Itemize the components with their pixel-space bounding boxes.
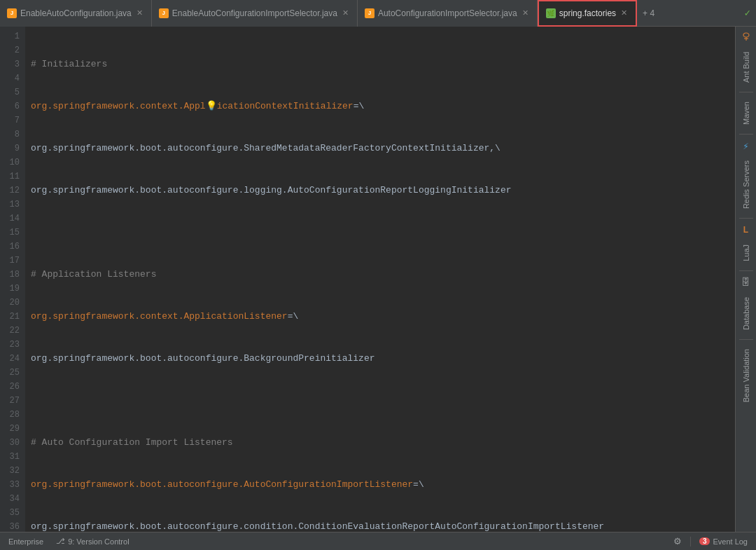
line-num: 26 xyxy=(3,380,20,394)
code-line: # Initializers xyxy=(31,57,735,71)
maven-label[interactable]: Maven xyxy=(741,96,752,130)
line-num: 27 xyxy=(3,394,20,408)
status-bar: Enterprise ⎇ 9: Version Control ⚙ 3 Even… xyxy=(0,532,756,550)
tab-bar: J EnableAutoConfiguration.java ✕ J Enabl… xyxy=(0,0,756,27)
line-num: 22 xyxy=(3,324,20,338)
line-num: 23 xyxy=(3,338,20,352)
line-num: 17 xyxy=(3,254,20,268)
status-separator xyxy=(690,537,691,546)
tab-close-button[interactable]: ✕ xyxy=(341,8,350,18)
tab-label: spring.factories xyxy=(559,8,616,18)
editor-area: 1 2 3 4 5 6 7 8 9 10 11 12 13 14 15 16 1… xyxy=(0,27,735,532)
line-num: 16 xyxy=(3,240,20,254)
sidebar-separator xyxy=(739,92,753,92)
luaj-label[interactable]: LuaJ xyxy=(741,239,752,267)
tab-overflow[interactable]: + 4 xyxy=(637,8,660,18)
redis-icon[interactable]: ⚡ xyxy=(738,138,754,153)
sidebar-separator xyxy=(739,134,753,135)
sidebar-separator xyxy=(739,339,753,340)
luaj-icon[interactable]: L xyxy=(738,222,754,238)
code-content[interactable]: 1 2 3 4 5 6 7 8 9 10 11 12 13 14 15 16 1… xyxy=(0,27,735,532)
line-numbers: 1 2 3 4 5 6 7 8 9 10 11 12 13 14 15 16 1… xyxy=(0,27,25,532)
line-num: 1 xyxy=(3,29,20,43)
code-line: org.springframework.context.Appl💡ication… xyxy=(31,99,735,114)
svg-point-0 xyxy=(743,33,749,37)
line-num: 13 xyxy=(3,198,20,212)
line-num: 7 xyxy=(3,114,20,128)
tab-close-button[interactable]: ✕ xyxy=(620,8,629,18)
code-line: org.springframework.context.ApplicationL… xyxy=(31,310,735,324)
code-line: org.springframework.boot.autoconfigure.l… xyxy=(31,184,735,198)
tab-auto-config-import-selector[interactable]: J AutoConfigurationImportSelector.java ✕ xyxy=(358,0,538,27)
event-log-label: Event Log xyxy=(713,537,748,546)
tab-spring-factories[interactable]: 🌿 spring.factories ✕ xyxy=(538,0,637,27)
enterprise-label: Enterprise xyxy=(8,537,43,546)
line-num: 14 xyxy=(3,212,20,226)
database-label[interactable]: Database xyxy=(741,291,752,336)
java-icon: J xyxy=(159,8,169,18)
line-num: 4 xyxy=(3,71,20,85)
line-num: 20 xyxy=(3,296,20,310)
line-num: 12 xyxy=(3,184,20,198)
line-num: 5 xyxy=(3,85,20,99)
line-num: 33 xyxy=(3,478,20,492)
code-line: org.springframework.boot.autoconfigure.c… xyxy=(31,520,735,532)
line-num: 28 xyxy=(3,408,20,422)
line-num: 36 xyxy=(3,520,20,532)
tab-label: AutoConfigurationImportSelector.java xyxy=(378,8,517,18)
code-line xyxy=(31,226,735,240)
line-num: 35 xyxy=(3,506,20,520)
gear-icon[interactable]: ⚙ xyxy=(673,536,682,546)
tab-label: EnableAutoConfigurationImportSelector.ja… xyxy=(172,8,337,18)
java-icon: J xyxy=(7,8,17,18)
line-num: 9 xyxy=(3,142,20,156)
gear-settings[interactable]: ⚙ xyxy=(671,535,685,548)
line-num: 3 xyxy=(3,57,20,71)
line-num: 29 xyxy=(3,422,20,436)
status-left: Enterprise ⎇ 9: Version Control xyxy=(6,535,132,547)
right-sidebar: Ant Build Maven ⚡ Redis Servers L LuaJ 🗄… xyxy=(735,27,756,532)
line-num: 2 xyxy=(3,43,20,57)
build-success-icon: ✓ xyxy=(745,7,750,19)
line-num: 21 xyxy=(3,310,20,324)
code-line: # Auto Configuration Import Listeners xyxy=(31,436,735,450)
code-line: org.springframework.boot.autoconfigure.S… xyxy=(31,142,735,156)
event-log-status[interactable]: 3 Event Log xyxy=(696,536,750,547)
line-num: 34 xyxy=(3,492,20,506)
status-right: ⚙ 3 Event Log xyxy=(671,535,750,548)
line-num: 19 xyxy=(3,282,20,296)
version-control-label: 9: Version Control xyxy=(68,537,129,546)
tab-close-button[interactable]: ✕ xyxy=(521,8,530,18)
tab-label: EnableAutoConfiguration.java xyxy=(20,8,132,18)
code-editor[interactable]: # Initializers org.springframework.conte… xyxy=(25,27,735,532)
line-num: 15 xyxy=(3,226,20,240)
redis-label[interactable]: Redis Servers xyxy=(741,155,752,214)
code-line xyxy=(31,394,735,408)
version-control-status[interactable]: ⎇ 9: Version Control xyxy=(53,535,132,547)
database-icon[interactable]: 🗄 xyxy=(738,275,754,290)
line-num: 6 xyxy=(3,99,20,114)
event-log-badge: 3 xyxy=(699,537,710,545)
ant-build-label[interactable]: Ant Build xyxy=(741,46,752,88)
line-num: 11 xyxy=(3,170,20,184)
tab-enable-auto-config[interactable]: J EnableAutoConfiguration.java ✕ xyxy=(0,0,152,27)
line-num: 25 xyxy=(3,366,20,380)
line-num: 8 xyxy=(3,128,20,142)
line-num: 24 xyxy=(3,352,20,366)
bean-validation-label[interactable]: Bean Validation xyxy=(741,343,752,408)
main-layout: 1 2 3 4 5 6 7 8 9 10 11 12 13 14 15 16 1… xyxy=(0,27,756,532)
sidebar-separator xyxy=(739,218,753,219)
tab-close-button[interactable]: ✕ xyxy=(135,8,144,18)
code-line: org.springframework.boot.autoconfigure.B… xyxy=(31,352,735,366)
ant-build-tool[interactable] xyxy=(738,29,754,45)
tab-import-selector[interactable]: J EnableAutoConfigurationImportSelector.… xyxy=(152,0,358,27)
sidebar-separator xyxy=(739,270,753,271)
line-num: 18 xyxy=(3,268,20,282)
code-line: org.springframework.boot.autoconfigure.A… xyxy=(31,478,735,492)
version-control-icon: ⎇ xyxy=(56,537,65,546)
spring-icon: 🌿 xyxy=(546,8,556,18)
code-line: # Application Listeners xyxy=(31,268,735,282)
line-num: 30 xyxy=(3,436,20,450)
java-icon: J xyxy=(365,8,374,18)
enterprise-status[interactable]: Enterprise xyxy=(6,536,46,547)
